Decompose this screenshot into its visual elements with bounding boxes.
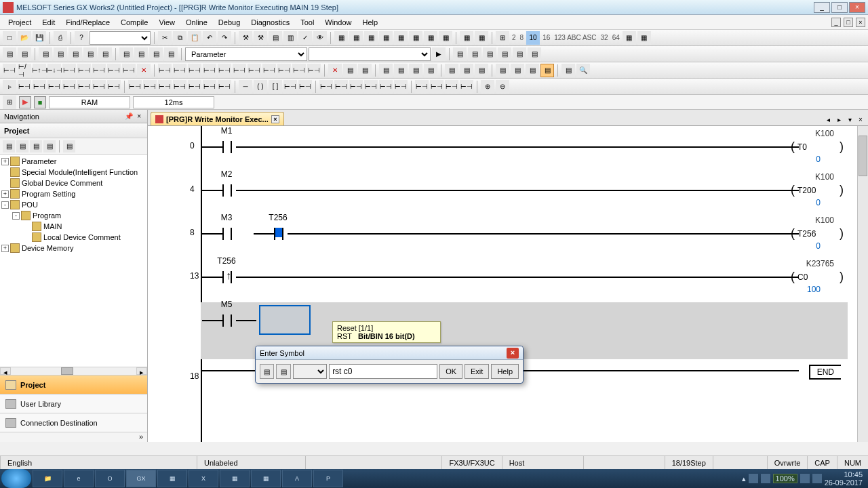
close-button[interactable]: × [849, 2, 865, 13]
compile-all-button[interactable]: ⚒ [254, 31, 267, 45]
contact-rising-button[interactable]: ⊢↑⊣ [33, 64, 46, 77]
tb-btn-3[interactable]: ▦ [364, 31, 378, 45]
dialog-icon-1[interactable]: ▤ [260, 364, 274, 379]
nav-close-button[interactable]: × [135, 113, 143, 120]
menu-project[interactable]: Project [3, 16, 37, 28]
monitor-toggle[interactable]: ⊞ [3, 96, 16, 109]
clock-date[interactable]: 26-09-2017 [825, 479, 863, 487]
nav-tb-4[interactable]: ▤ [43, 140, 56, 152]
open-button[interactable]: 📂 [18, 31, 31, 45]
tb4-24[interactable]: ⊢⊣ [364, 80, 378, 94]
tb3-32[interactable]: ▤ [511, 64, 524, 77]
tb2-9[interactable]: ▤ [134, 47, 148, 61]
tb3-9[interactable]: ⊢⊣ [122, 64, 136, 77]
tb-btn-2[interactable]: ▦ [349, 31, 363, 45]
tb3-5[interactable]: ⊢⊣ [62, 64, 76, 77]
menu-online[interactable]: Online [180, 16, 213, 28]
tb4-11[interactable]: ⊢⊣ [158, 80, 172, 94]
tb4-6[interactable]: ⊢⊣ [77, 80, 91, 94]
scroll-left-icon[interactable]: ◂ [0, 367, 11, 375]
tb3-12[interactable]: ⊢⊣ [188, 64, 201, 77]
tb4-21[interactable]: ⊢⊣ [319, 80, 333, 94]
tray-icon[interactable] [749, 474, 758, 483]
tb3-16[interactable]: ⊢⊣ [248, 64, 261, 77]
tb3-x[interactable]: ✕ [137, 64, 151, 77]
nav-tab-connection[interactable]: Connection Destination [0, 413, 147, 432]
tree-item[interactable]: -Program [0, 210, 147, 221]
tree-item[interactable]: +Parameter [0, 156, 147, 167]
tb-btn-5[interactable]: ▦ [394, 31, 408, 45]
cut-button[interactable]: ✂ [158, 31, 172, 45]
tb4-25[interactable]: ⊢⊣ [379, 80, 393, 94]
tree-item[interactable]: +Program Setting [0, 188, 147, 199]
nav-collapse-button[interactable]: » [0, 432, 147, 442]
selected-cell[interactable] [259, 305, 311, 335]
tb2-10[interactable]: ▤ [149, 47, 163, 61]
contact[interactable] [218, 312, 236, 329]
tb3-26[interactable]: ▤ [409, 64, 422, 77]
tb4-5[interactable]: ⊢⊣ [62, 80, 76, 94]
symbol-input[interactable] [329, 364, 437, 379]
tree-item[interactable]: -POU [0, 199, 147, 210]
tb-btn-8[interactable]: ▦ [439, 31, 452, 45]
contact[interactable] [218, 225, 236, 243]
tb2-11[interactable]: ▤ [164, 47, 178, 61]
tb2-12[interactable]: ▤ [453, 47, 467, 61]
tb4-18[interactable]: [ ] [269, 80, 282, 94]
tb3-23[interactable]: ▤ [358, 64, 372, 77]
tree-item[interactable]: +Device Memory [0, 243, 147, 253]
start-button[interactable] [1, 469, 31, 488]
menu-edit[interactable]: Edit [37, 16, 60, 28]
tb2-go[interactable]: ▶ [432, 47, 446, 61]
zoom-button[interactable]: 🔍 [576, 64, 590, 77]
ladder-editor[interactable]: 0M1K100(T0)04M2K100(T200)08M3T256K100(T2… [148, 126, 868, 442]
tb2-14[interactable]: ▤ [483, 47, 496, 61]
coil[interactable]: (T200) [791, 183, 844, 197]
menu-debug[interactable]: Debug [213, 16, 245, 28]
tb4-30[interactable]: ⊢⊣ [460, 80, 473, 94]
coil[interactable]: (T0) [791, 140, 844, 154]
pin-icon[interactable]: 📌 [123, 113, 135, 120]
help-button[interactable]: ? [75, 31, 88, 45]
tb2-5[interactable]: ▤ [68, 47, 82, 61]
tb2-6[interactable]: ▤ [83, 47, 97, 61]
tb4-9[interactable]: ⊢⊣ [128, 80, 142, 94]
contact-closed-button[interactable]: ⊢/⊣ [18, 64, 31, 77]
tb3-14[interactable]: ⊢⊣ [218, 64, 231, 77]
task-ie[interactable]: e [64, 470, 94, 487]
tb3-8[interactable]: ⊢⊣ [107, 64, 121, 77]
mdi-restore-button[interactable]: □ [844, 18, 853, 27]
menu-tool[interactable]: Tool [295, 16, 319, 28]
tray-expand-icon[interactable]: ▴ [742, 474, 746, 483]
nav-tab-userlib[interactable]: User Library [0, 394, 147, 413]
tb4-22[interactable]: ⊢⊣ [334, 80, 348, 94]
maximize-button[interactable]: □ [831, 2, 848, 13]
target-select[interactable] [90, 31, 151, 45]
tb4-32[interactable]: ⊖ [496, 80, 509, 94]
tab-list-button[interactable]: ▾ [845, 116, 854, 125]
network-icon[interactable] [800, 474, 810, 483]
redo-button[interactable]: ↷ [218, 31, 231, 45]
disp-10-button[interactable]: 10 [526, 31, 540, 45]
tb3-13[interactable]: ⊢⊣ [203, 64, 216, 77]
scroll-thumb[interactable] [859, 136, 867, 176]
exit-button[interactable]: Exit [465, 364, 489, 379]
tb4-27[interactable]: ⊢⊣ [415, 80, 429, 94]
tb2-13[interactable]: ▤ [468, 47, 481, 61]
tree-toggle[interactable]: - [12, 212, 20, 220]
tree-item[interactable]: Special Module(Intelligent Function [0, 167, 147, 178]
tb3-7[interactable]: ⊢⊣ [92, 64, 106, 77]
tb4-29[interactable]: ⊢⊣ [445, 80, 458, 94]
tb-btn-12[interactable]: ▦ [623, 31, 636, 45]
nav-tb-3[interactable]: ▤ [30, 140, 42, 152]
project-tree[interactable]: +ParameterSpecial Module(Intelligent Fun… [0, 155, 147, 367]
tb-btn-7[interactable]: ▦ [424, 31, 437, 45]
task-powerpoint[interactable]: P [313, 470, 343, 487]
write-plc-button[interactable]: ▤ [269, 31, 282, 45]
doc-tab-main[interactable]: [PRG]R Write Monitor Exec... × [151, 112, 284, 125]
tab-prev-button[interactable]: ◂ [823, 116, 833, 125]
menu-find[interactable]: Find/Replace [60, 16, 115, 28]
scroll-thumb[interactable] [61, 367, 73, 375]
tb3-34[interactable]: ▤ [540, 64, 554, 77]
tb3-30[interactable]: ▤ [475, 64, 488, 77]
